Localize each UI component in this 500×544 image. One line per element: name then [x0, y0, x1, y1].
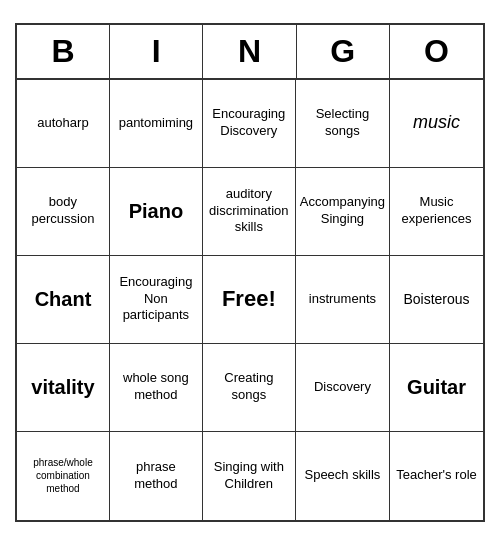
bingo-cell: pantomiming — [110, 80, 203, 168]
header-letter: G — [297, 25, 390, 78]
bingo-cell: auditory discrimination skills — [203, 168, 296, 256]
bingo-cell: Encouraging Discovery — [203, 80, 296, 168]
bingo-cell: body percussion — [17, 168, 110, 256]
header-letter: B — [17, 25, 110, 78]
bingo-cell: phrase/whole combination method — [17, 432, 110, 520]
header-letter: N — [203, 25, 296, 78]
bingo-cell: Piano — [110, 168, 203, 256]
bingo-card: BINGO autoharppantomimingEncouraging Dis… — [15, 23, 485, 522]
bingo-cell: Singing with Children — [203, 432, 296, 520]
bingo-cell: Selecting songs — [296, 80, 390, 168]
bingo-cell: Chant — [17, 256, 110, 344]
bingo-cell: phrase method — [110, 432, 203, 520]
bingo-cell: Music experiences — [390, 168, 483, 256]
bingo-cell: Discovery — [296, 344, 390, 432]
bingo-cell: Boisterous — [390, 256, 483, 344]
header-letter: I — [110, 25, 203, 78]
bingo-cell: autoharp — [17, 80, 110, 168]
bingo-cell: Guitar — [390, 344, 483, 432]
bingo-cell: instruments — [296, 256, 390, 344]
bingo-cell: Encouraging Non participants — [110, 256, 203, 344]
bingo-cell: Teacher's role — [390, 432, 483, 520]
bingo-header: BINGO — [17, 25, 483, 80]
bingo-grid: autoharppantomimingEncouraging Discovery… — [17, 80, 483, 520]
bingo-cell: music — [390, 80, 483, 168]
bingo-cell: Speech skills — [296, 432, 390, 520]
bingo-cell: Accompanying Singing — [296, 168, 390, 256]
bingo-cell: whole song method — [110, 344, 203, 432]
bingo-cell: Creating songs — [203, 344, 296, 432]
bingo-cell: vitality — [17, 344, 110, 432]
header-letter: O — [390, 25, 483, 78]
bingo-cell: Free! — [203, 256, 296, 344]
